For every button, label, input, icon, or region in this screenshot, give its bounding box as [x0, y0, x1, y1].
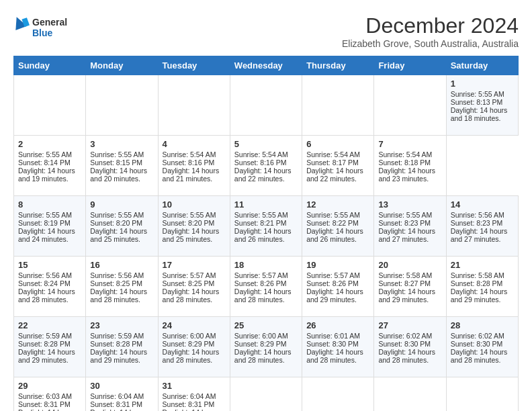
calendar-cell-15: 15 Sunrise: 5:56 AM Sunset: 8:24 PM Dayl…: [14, 257, 86, 317]
week-row-5: 22 Sunrise: 5:59 AM Sunset: 8:28 PM Dayl…: [14, 317, 519, 377]
daylight: Daylight: 14 hours and 29 minutes.: [306, 287, 363, 304]
daylight: Daylight: 14 hours and 28 minutes.: [234, 348, 292, 364]
daylight: Daylight: 14 hours and 28 minutes.: [234, 287, 292, 304]
empty-cell-w5-4: [302, 377, 374, 412]
sunset: Sunset: 8:29 PM: [234, 340, 287, 348]
sunset: Sunset: 8:30 PM: [378, 340, 431, 348]
daylight: Daylight: 14 hours and 28 minutes.: [451, 348, 508, 364]
calendar-cell-28: 28 Sunrise: 6:02 AM Sunset: 8:30 PM Dayl…: [446, 317, 518, 377]
week-row-3: 8 Sunrise: 5:55 AM Sunset: 8:19 PM Dayli…: [14, 196, 519, 257]
svg-text:Blue: Blue: [32, 28, 53, 38]
title-block: December 2024 Elizabeth Grove, South Aus…: [342, 13, 519, 49]
empty-cell-w0-5: [374, 75, 446, 136]
daylight: Daylight: 14 hours and 29 minutes.: [18, 348, 75, 364]
sunrise: Sunrise: 6:03 AM: [18, 392, 72, 400]
daylight: Daylight: 14 hours and 22 minutes.: [234, 167, 292, 183]
sunset: Sunset: 8:23 PM: [451, 219, 503, 227]
calendar-cell-13: 13 Sunrise: 5:55 AM Sunset: 8:23 PM Dayl…: [374, 196, 446, 257]
daylight: Daylight: 14 hours and 27 minutes.: [18, 408, 75, 411]
daylight: Daylight: 14 hours and 21 minutes.: [163, 167, 220, 183]
sunset: Sunset: 8:25 PM: [163, 279, 215, 287]
week-row-6: 29 Sunrise: 6:03 AM Sunset: 8:31 PM Dayl…: [14, 377, 519, 412]
calendar-cell-2: 2 Sunrise: 5:55 AM Sunset: 8:14 PM Dayli…: [14, 136, 86, 196]
sunrise: Sunrise: 5:55 AM: [234, 211, 288, 219]
sunset: Sunset: 8:15 PM: [90, 158, 142, 167]
svg-text:General: General: [32, 17, 67, 28]
sunrise: Sunrise: 5:55 AM: [451, 90, 504, 98]
sunrise: Sunrise: 5:58 AM: [378, 271, 432, 279]
sunset: Sunset: 8:25 PM: [90, 279, 142, 287]
sunset: Sunset: 8:31 PM: [163, 400, 215, 408]
sunrise: Sunrise: 5:54 AM: [163, 150, 216, 158]
day-number: 23: [90, 320, 153, 330]
week-row-2: 2 Sunrise: 5:55 AM Sunset: 8:14 PM Dayli…: [14, 136, 519, 196]
calendar-cell-11: 11 Sunrise: 5:55 AM Sunset: 8:21 PM Dayl…: [230, 196, 302, 257]
sunrise: Sunrise: 6:00 AM: [163, 332, 216, 340]
calendar-cell-24: 24 Sunrise: 6:00 AM Sunset: 8:29 PM Dayl…: [158, 317, 230, 377]
sunset: Sunset: 8:28 PM: [18, 340, 71, 348]
sunset: Sunset: 8:31 PM: [90, 400, 142, 408]
sunrise: Sunrise: 5:55 AM: [378, 211, 432, 219]
sunset: Sunset: 8:29 PM: [163, 340, 215, 348]
calendar-cell-9: 9 Sunrise: 5:55 AM Sunset: 8:20 PM Dayli…: [86, 196, 158, 257]
empty-cell-w0-3: [230, 75, 302, 136]
calendar-cell-10: 10 Sunrise: 5:55 AM Sunset: 8:20 PM Dayl…: [158, 196, 230, 257]
sunrise: Sunrise: 6:02 AM: [451, 332, 504, 340]
sunset: Sunset: 8:31 PM: [18, 400, 71, 408]
page-header: General Blue December 2024 Elizabeth Gro…: [13, 13, 519, 49]
day-number: 15: [18, 260, 81, 270]
daylight: Daylight: 14 hours and 29 minutes.: [378, 287, 435, 304]
day-number: 24: [163, 320, 226, 330]
sunset: Sunset: 8:19 PM: [18, 219, 71, 227]
col-saturday: Saturday: [446, 56, 518, 75]
month-title: December 2024: [342, 13, 519, 38]
week-row-1: 1 Sunrise: 5:55 AM Sunset: 8:13 PM Dayli…: [14, 75, 519, 136]
sunset: Sunset: 8:17 PM: [306, 158, 359, 167]
day-number: 6: [306, 139, 369, 149]
calendar-cell-8: 8 Sunrise: 5:55 AM Sunset: 8:19 PM Dayli…: [14, 196, 86, 257]
header-row: Sunday Monday Tuesday Wednesday Thursday…: [14, 56, 519, 75]
sunset: Sunset: 8:28 PM: [451, 279, 503, 287]
day-number: 18: [234, 260, 298, 270]
daylight: Daylight: 14 hours and 28 minutes.: [306, 348, 363, 364]
calendar-cell-22: 22 Sunrise: 5:59 AM Sunset: 8:28 PM Dayl…: [14, 317, 86, 377]
daylight: Daylight: 14 hours and 27 minutes.: [451, 227, 508, 243]
sunset: Sunset: 8:14 PM: [18, 158, 71, 167]
sunrise: Sunrise: 5:56 AM: [18, 271, 72, 279]
empty-cell-w0-2: [158, 75, 230, 136]
empty-cell-w5-5: [374, 377, 446, 412]
sunset: Sunset: 8:20 PM: [163, 219, 215, 227]
day-number: 25: [234, 320, 298, 330]
sunset: Sunset: 8:16 PM: [234, 158, 287, 167]
daylight: Daylight: 14 hours and 19 minutes.: [18, 167, 75, 183]
sunrise: Sunrise: 5:54 AM: [306, 150, 360, 158]
sunrise: Sunrise: 5:54 AM: [378, 150, 432, 158]
sunset: Sunset: 8:26 PM: [306, 279, 359, 287]
calendar-cell-6: 6 Sunrise: 5:54 AM Sunset: 8:17 PM Dayli…: [302, 136, 374, 196]
empty-cell-w0-1: [86, 75, 158, 136]
empty-cell-w5-6: [446, 377, 518, 412]
day-number: 16: [90, 260, 153, 270]
calendar-cell-30: 30 Sunrise: 6:04 AM Sunset: 8:31 PM Dayl…: [86, 377, 158, 412]
day-number: 17: [163, 260, 226, 270]
day-number: 4: [163, 139, 226, 149]
calendar-cell-17: 17 Sunrise: 5:57 AM Sunset: 8:25 PM Dayl…: [158, 257, 230, 317]
day-number: 1: [451, 79, 514, 89]
calendar-cell-19: 19 Sunrise: 5:57 AM Sunset: 8:26 PM Dayl…: [302, 257, 374, 317]
daylight: Daylight: 14 hours and 25 minutes.: [90, 227, 147, 243]
daylight: Daylight: 14 hours and 26 minutes.: [234, 227, 292, 243]
sunrise: Sunrise: 5:59 AM: [18, 332, 72, 340]
sunrise: Sunrise: 5:56 AM: [90, 271, 144, 279]
daylight: Daylight: 14 hours and 28 minutes.: [163, 348, 220, 364]
day-number: 3: [90, 139, 153, 149]
sunset: Sunset: 8:30 PM: [451, 340, 503, 348]
sunrise: Sunrise: 5:57 AM: [234, 271, 288, 279]
daylight: Daylight: 14 hours and 18 minutes.: [451, 106, 508, 122]
daylight: Daylight: 14 hours and 28 minutes.: [378, 348, 435, 364]
calendar-cell-20: 20 Sunrise: 5:58 AM Sunset: 8:27 PM Dayl…: [374, 257, 446, 317]
sunrise: Sunrise: 5:55 AM: [306, 211, 360, 219]
day-number: 7: [378, 139, 441, 149]
daylight: Daylight: 14 hours and 27 minutes.: [378, 227, 435, 243]
sunset: Sunset: 8:26 PM: [234, 279, 287, 287]
empty-cell-w5-3: [230, 377, 302, 412]
